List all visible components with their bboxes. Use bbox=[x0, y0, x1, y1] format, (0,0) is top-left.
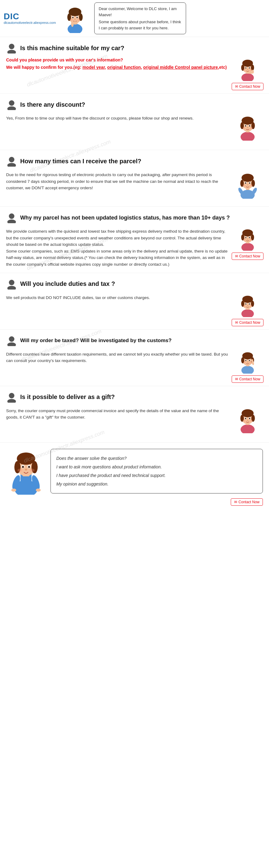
contact-now-btn-q6[interactable]: ✉ Contact Now bbox=[232, 375, 264, 383]
svg-point-0 bbox=[67, 24, 82, 33]
svg-point-10 bbox=[74, 19, 76, 20]
section-q1-highlight: Could you please provide us with your ca… bbox=[6, 57, 229, 71]
section-q7-title: Is it possible to deliver as a gift? bbox=[20, 394, 115, 401]
section-q1-text: Could you please provide us with your ca… bbox=[6, 57, 232, 71]
section-q2-text: Yes, From time to time our shop will hav… bbox=[6, 113, 232, 124]
user-icon-q3 bbox=[6, 156, 17, 167]
user-icon-q5 bbox=[6, 279, 17, 289]
contact-label-q1: Contact Now bbox=[239, 84, 261, 89]
section-q6-answer: Different countries have different taxat… bbox=[6, 349, 229, 366]
highlight-model-year: model year bbox=[82, 65, 104, 70]
svg-point-111 bbox=[9, 393, 14, 398]
svg-point-78 bbox=[249, 239, 252, 241]
section-q7: Is it possible to deliver as a gift? Sor… bbox=[0, 386, 269, 443]
svg-point-74 bbox=[245, 237, 246, 238]
header-avatar bbox=[62, 4, 88, 33]
section-q6-avatar-area: ✉ Contact Now bbox=[232, 349, 263, 383]
user-icon-q6 bbox=[6, 335, 17, 346]
svg-point-124 bbox=[242, 420, 245, 422]
svg-point-79 bbox=[9, 280, 14, 285]
svg-point-15 bbox=[9, 44, 14, 49]
section-q6-content: Different countries have different taxat… bbox=[6, 349, 263, 383]
section-q3-header: How many times can I receive the parcel? bbox=[6, 156, 263, 167]
svg-point-29 bbox=[249, 69, 252, 71]
footer-line-2: I want to ask more questions about produ… bbox=[56, 463, 257, 471]
svg-point-93 bbox=[249, 305, 252, 307]
contact-label-q5: Contact Now bbox=[239, 320, 261, 325]
section-q5-answer: We sell products that DO NOT INCLUDE dut… bbox=[6, 292, 229, 303]
svg-point-58 bbox=[249, 182, 250, 184]
highlight-original-function: original function bbox=[107, 65, 141, 70]
section-q3-answer: Due to the need for rigorous testing of … bbox=[6, 170, 229, 193]
svg-point-14 bbox=[71, 21, 74, 27]
svg-point-104 bbox=[245, 360, 246, 361]
section-q6-text: Different countries have different taxat… bbox=[6, 349, 232, 366]
section-q3-avatar-area bbox=[232, 170, 263, 203]
contact-now-btn-q1[interactable]: ✉ Contact Now bbox=[232, 83, 264, 90]
svg-point-46 bbox=[249, 127, 252, 129]
footer-line-1: Does the answer solve the question? bbox=[56, 454, 257, 463]
footer-bubble: Does the answer solve the question? I wa… bbox=[51, 449, 263, 493]
svg-point-33 bbox=[7, 106, 16, 110]
section-q2-title: Is there any discount? bbox=[20, 101, 85, 108]
svg-point-89 bbox=[245, 303, 246, 304]
logo-url: dlcautomotiveelectr.aliexpress.com bbox=[4, 21, 56, 25]
contact-label-q6: Contact Now bbox=[239, 377, 261, 381]
section-q5-title: Will you include duties and tax ? bbox=[20, 280, 115, 287]
svg-point-61 bbox=[249, 184, 252, 186]
svg-point-105 bbox=[249, 360, 250, 361]
svg-point-95 bbox=[7, 342, 16, 346]
section-q3-content: Due to the need for rigorous testing of … bbox=[6, 170, 263, 203]
section-q1-content: Could you please provide us with your ca… bbox=[6, 57, 263, 90]
avatar-q6 bbox=[235, 349, 261, 374]
contact-label-footer: Contact Now bbox=[238, 500, 260, 504]
svg-point-42 bbox=[245, 125, 246, 127]
page-header: DIC dlcautomotiveelectr.aliexpress.com bbox=[0, 0, 269, 37]
logo-text: DIC bbox=[4, 12, 56, 21]
section-q4-text: We provide customers with the quickest a… bbox=[6, 226, 232, 270]
contact-now-btn-footer[interactable]: ✉ Contact Now bbox=[231, 498, 263, 506]
svg-point-125 bbox=[249, 420, 252, 422]
avatar-q3 bbox=[235, 170, 261, 199]
contact-now-btn-q4[interactable]: ✉ Contact Now bbox=[232, 252, 264, 260]
section-q5-avatar-area: ✉ Contact Now bbox=[232, 292, 263, 326]
section-q4-title: Why my parcel has not been updated logis… bbox=[20, 215, 230, 221]
section-q4-avatar-area: ✉ Contact Now bbox=[232, 226, 263, 260]
svg-point-43 bbox=[249, 125, 250, 127]
highlight-original-control: original middle Control panel picture bbox=[143, 65, 218, 70]
svg-point-141 bbox=[25, 469, 27, 470]
section-q2: Is there any discount? Yes, From time to… bbox=[0, 94, 269, 150]
svg-point-64 bbox=[9, 213, 14, 219]
svg-point-122 bbox=[249, 417, 250, 419]
section-q7-header: Is it possible to deliver as a gift? bbox=[6, 392, 263, 403]
svg-point-143 bbox=[30, 469, 35, 472]
footer-line-3: I have purchased the product and need te… bbox=[56, 471, 257, 480]
svg-point-77 bbox=[243, 239, 246, 241]
svg-point-96 bbox=[241, 366, 254, 373]
footer-section: Does the answer solve the question? I wa… bbox=[0, 443, 269, 512]
contact-now-btn-q5[interactable]: ✉ Contact Now bbox=[232, 319, 264, 326]
svg-point-27 bbox=[247, 69, 248, 70]
section-q1-title: Is this machine suitable for my car? bbox=[20, 44, 124, 52]
contact-icon-q5: ✉ bbox=[235, 320, 238, 325]
svg-point-25 bbox=[245, 67, 246, 68]
svg-point-65 bbox=[7, 219, 16, 223]
contact-label-q4: Contact Now bbox=[239, 254, 261, 258]
svg-point-17 bbox=[241, 73, 254, 81]
svg-point-113 bbox=[241, 424, 255, 433]
section-q4: Why my parcel has not been updated logis… bbox=[0, 207, 269, 273]
svg-point-123 bbox=[247, 420, 248, 421]
section-q5-header: Will you include duties and tax ? bbox=[6, 279, 263, 289]
section-q5-text: We sell products that DO NOT INCLUDE dut… bbox=[6, 292, 232, 303]
svg-point-121 bbox=[245, 417, 246, 419]
svg-point-44 bbox=[247, 127, 248, 128]
svg-point-140 bbox=[28, 466, 30, 468]
section-q7-text: Sorry, the courier company must provide … bbox=[6, 406, 232, 423]
section-q3: How many times can I receive the parcel?… bbox=[0, 150, 269, 207]
svg-point-59 bbox=[247, 184, 248, 185]
svg-point-110 bbox=[251, 359, 253, 361]
section-q6-title: Will my order be taxed? Will be investig… bbox=[20, 338, 172, 344]
svg-point-32 bbox=[9, 100, 14, 106]
svg-point-91 bbox=[247, 305, 248, 306]
svg-point-57 bbox=[245, 182, 246, 184]
